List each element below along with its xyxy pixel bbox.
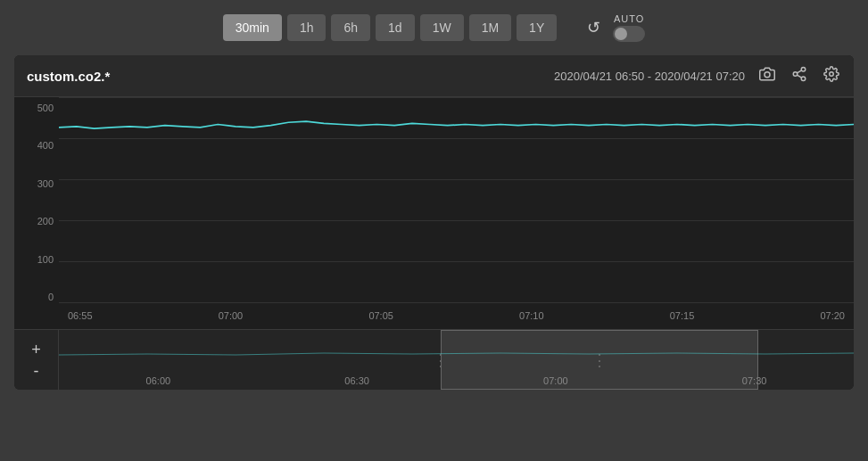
auto-toggle[interactable]	[613, 26, 645, 42]
chart-container: custom.co2.* 2020/04/21 06:50 - 2020/04/…	[14, 55, 854, 390]
btn-1W[interactable]: 1W	[420, 14, 464, 41]
x-label-0715: 07:15	[670, 310, 695, 321]
minimap-controls: + -	[14, 330, 59, 390]
y-label-200: 200	[20, 216, 54, 226]
zoom-in-button[interactable]: +	[31, 342, 41, 358]
minimap-line	[59, 353, 854, 355]
minimap-x-label-0600: 06:00	[146, 375, 171, 386]
svg-line-5	[797, 70, 801, 73]
chart-title: custom.co2.*	[27, 69, 110, 84]
svg-point-2	[793, 72, 798, 77]
settings-button[interactable]	[822, 64, 841, 87]
btn-1Y[interactable]: 1Y	[517, 14, 557, 41]
chart-area: 500 400 300 200 100 0 06:55 07:00 07:05 …	[14, 97, 854, 329]
auto-container: AUTO	[613, 13, 645, 42]
svg-point-1	[801, 68, 806, 72]
zoom-out-button[interactable]: -	[34, 363, 39, 379]
y-label-100: 100	[20, 254, 54, 265]
svg-point-3	[801, 77, 806, 81]
minimap-chart[interactable]: ⋮ ⋮ 06:00 06:30 07:00 07:30	[59, 330, 854, 390]
line-chart-svg	[59, 97, 854, 329]
top-bar: 30min 1h 6h 1d 1W 1M 1Y ↺ AUTO	[0, 0, 868, 55]
svg-point-0	[765, 72, 770, 78]
x-label-0720: 07:20	[820, 310, 845, 321]
share-button[interactable]	[789, 64, 809, 87]
minimap-x-label-0630: 06:30	[344, 375, 369, 386]
y-label-300: 300	[20, 178, 54, 189]
x-axis: 06:55 07:00 07:05 07:10 07:15 07:20	[59, 302, 854, 329]
y-label-0: 0	[20, 292, 54, 302]
btn-6h[interactable]: 6h	[331, 14, 370, 41]
camera-button[interactable]	[757, 64, 777, 87]
date-range: 2020/04/21 06:50 - 2020/04/21 07:20	[554, 70, 745, 83]
refresh-button[interactable]: ↺	[580, 12, 608, 43]
minimap-x-labels: 06:00 06:30 07:00 07:30	[59, 375, 854, 386]
chart-header: custom.co2.* 2020/04/21 06:50 - 2020/04/…	[14, 55, 854, 97]
svg-point-6	[830, 72, 834, 77]
minimap-x-label-0700: 07:00	[543, 375, 568, 386]
svg-line-4	[797, 75, 801, 78]
btn-1M[interactable]: 1M	[469, 14, 511, 41]
btn-1d[interactable]: 1d	[376, 14, 415, 41]
minimap: + - ⋮ ⋮ 06:00 06:30 07:00 07:30	[14, 329, 854, 390]
auto-label: AUTO	[614, 13, 644, 24]
minimap-svg	[59, 337, 854, 373]
x-label-0655: 06:55	[68, 310, 93, 321]
minimap-x-label-0730: 07:30	[742, 375, 767, 386]
y-label-500: 500	[20, 103, 54, 113]
y-label-400: 400	[20, 140, 54, 151]
data-line	[59, 121, 854, 128]
btn-1h[interactable]: 1h	[287, 14, 327, 41]
x-label-0710: 07:10	[519, 310, 544, 321]
toggle-knob	[615, 28, 627, 40]
x-label-0700: 07:00	[219, 310, 244, 321]
btn-30min[interactable]: 30min	[223, 14, 282, 41]
y-axis: 500 400 300 200 100 0	[14, 97, 59, 302]
chart-controls: 2020/04/21 06:50 - 2020/04/21 07:20	[554, 64, 841, 87]
x-label-0705: 07:05	[368, 310, 393, 321]
